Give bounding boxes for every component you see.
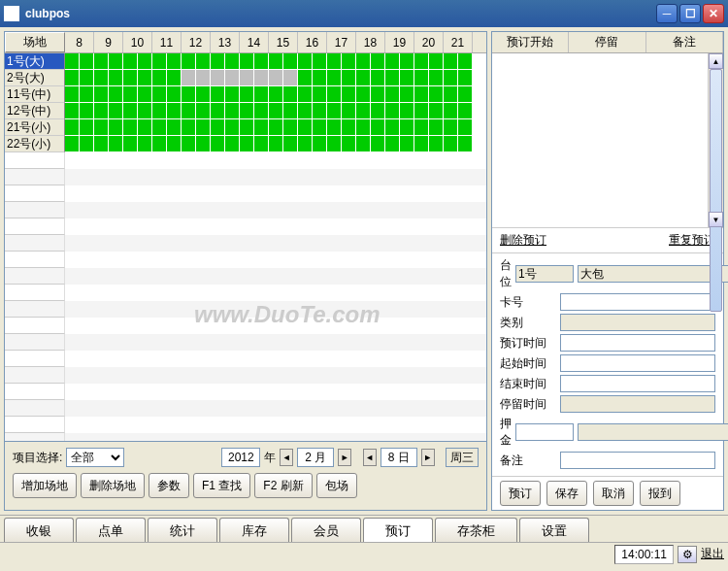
time-slot[interactable] xyxy=(356,136,371,152)
venue-name[interactable]: 21号(小) xyxy=(5,119,65,136)
time-slot[interactable] xyxy=(211,86,225,103)
time-slot[interactable] xyxy=(225,70,240,86)
tab-0[interactable]: 收银 xyxy=(4,518,74,542)
hour-header[interactable]: 20 xyxy=(414,32,444,52)
venue-row[interactable]: 2号(大) xyxy=(5,70,486,86)
tab-5[interactable]: 预订 xyxy=(363,518,433,542)
time-slot[interactable] xyxy=(240,103,254,119)
time-slot[interactable] xyxy=(167,136,182,152)
time-slot[interactable] xyxy=(152,53,167,70)
book-button[interactable]: 预订 xyxy=(500,481,541,506)
time-slot[interactable] xyxy=(167,53,182,70)
time-slot[interactable] xyxy=(400,119,414,136)
time-slot[interactable] xyxy=(356,103,371,119)
month-next[interactable]: ► xyxy=(338,449,351,466)
time-slot[interactable] xyxy=(429,86,444,103)
time-slot[interactable] xyxy=(458,70,473,86)
time-slot[interactable] xyxy=(385,86,400,103)
time-slot[interactable] xyxy=(371,119,385,136)
time-slot[interactable] xyxy=(138,103,152,119)
time-slot[interactable] xyxy=(400,53,414,70)
time-slot[interactable] xyxy=(385,53,400,70)
time-slot[interactable] xyxy=(444,70,458,86)
report-button[interactable]: 报到 xyxy=(640,481,680,506)
time-slot[interactable] xyxy=(152,86,167,103)
time-slot[interactable] xyxy=(80,70,94,86)
month-input[interactable] xyxy=(297,448,334,467)
time-slot[interactable] xyxy=(152,119,167,136)
time-slot[interactable] xyxy=(167,103,182,119)
time-slot[interactable] xyxy=(94,86,109,103)
time-slot[interactable] xyxy=(385,103,400,119)
time-slot[interactable] xyxy=(109,70,123,86)
hour-header[interactable]: 18 xyxy=(356,32,385,52)
time-slot[interactable] xyxy=(458,136,473,152)
time-slot[interactable] xyxy=(298,103,313,119)
scroll-up[interactable]: ▲ xyxy=(709,53,723,69)
time-slot[interactable] xyxy=(327,86,342,103)
time-slot[interactable] xyxy=(414,53,429,70)
time-slot[interactable] xyxy=(269,86,283,103)
time-slot[interactable] xyxy=(182,86,196,103)
time-slot[interactable] xyxy=(94,103,109,119)
time-slot[interactable] xyxy=(342,70,356,86)
tab-4[interactable]: 会员 xyxy=(291,518,361,542)
status-icon[interactable]: ⚙ xyxy=(678,546,697,563)
time-slot[interactable] xyxy=(167,70,182,86)
time-slot[interactable] xyxy=(371,86,385,103)
time-slot[interactable] xyxy=(182,136,196,152)
time-slot[interactable] xyxy=(65,70,80,86)
time-slot[interactable] xyxy=(182,103,196,119)
hour-header[interactable]: 19 xyxy=(385,32,414,52)
cancel-button[interactable]: 取消 xyxy=(593,481,634,506)
time-slot[interactable] xyxy=(342,103,356,119)
time-slot[interactable] xyxy=(269,136,283,152)
time-slot[interactable] xyxy=(196,119,211,136)
time-slot[interactable] xyxy=(196,136,211,152)
time-slot[interactable] xyxy=(65,136,80,152)
time-slot[interactable] xyxy=(94,53,109,70)
time-slot[interactable] xyxy=(167,119,182,136)
time-slot[interactable] xyxy=(429,53,444,70)
time-slot[interactable] xyxy=(269,70,283,86)
exit-link[interactable]: 退出 xyxy=(701,546,724,562)
starttime-input[interactable] xyxy=(560,354,715,372)
remark-input[interactable] xyxy=(560,452,715,469)
save-button[interactable]: 保存 xyxy=(546,481,587,506)
del-venue-button[interactable]: 删除场地 xyxy=(81,473,145,498)
time-slot[interactable] xyxy=(152,70,167,86)
tab-6[interactable]: 存茶柜 xyxy=(435,518,517,542)
time-slot[interactable] xyxy=(182,119,196,136)
time-slot[interactable] xyxy=(109,136,123,152)
time-slot[interactable] xyxy=(385,119,400,136)
time-slot[interactable] xyxy=(400,86,414,103)
refresh-button[interactable]: F2 刷新 xyxy=(254,473,312,498)
venue-name[interactable]: 12号(中) xyxy=(5,103,65,119)
time-slot[interactable] xyxy=(458,86,473,103)
time-slot[interactable] xyxy=(138,119,152,136)
time-slot[interactable] xyxy=(356,70,371,86)
type-input[interactable] xyxy=(560,314,715,331)
time-slot[interactable] xyxy=(342,119,356,136)
time-slot[interactable] xyxy=(356,119,371,136)
time-slot[interactable] xyxy=(458,119,473,136)
hour-header[interactable]: 10 xyxy=(123,32,152,52)
time-slot[interactable] xyxy=(225,53,240,70)
time-slot[interactable] xyxy=(65,103,80,119)
time-slot[interactable] xyxy=(225,136,240,152)
venue-row[interactable]: 12号(中) xyxy=(5,103,486,119)
time-slot[interactable] xyxy=(225,119,240,136)
time-slot[interactable] xyxy=(327,119,342,136)
time-slot[interactable] xyxy=(211,53,225,70)
time-slot[interactable] xyxy=(429,136,444,152)
time-slot[interactable] xyxy=(429,119,444,136)
time-slot[interactable] xyxy=(182,53,196,70)
time-slot[interactable] xyxy=(109,53,123,70)
time-slot[interactable] xyxy=(327,136,342,152)
time-slot[interactable] xyxy=(254,103,269,119)
time-slot[interactable] xyxy=(444,103,458,119)
time-slot[interactable] xyxy=(254,136,269,152)
time-slot[interactable] xyxy=(109,119,123,136)
day-prev[interactable]: ◄ xyxy=(363,449,377,466)
time-slot[interactable] xyxy=(356,86,371,103)
